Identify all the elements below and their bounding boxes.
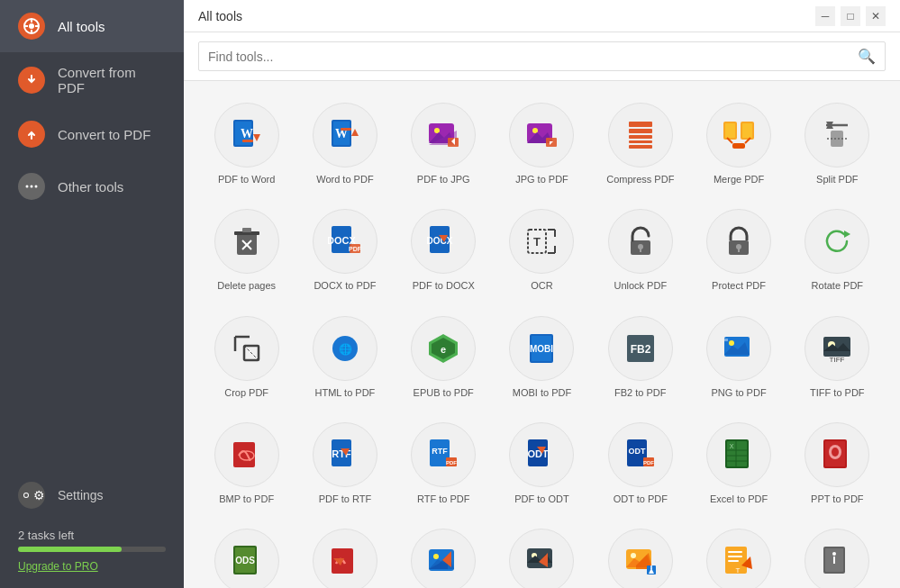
convert-to-icon [18,121,45,148]
sidebar-item-convert-to-label: Convert to PDF [58,127,150,142]
tool-rotate-pdf[interactable]: Rotate PDF [793,202,882,299]
tool-split-pdf-label: Split PDF [816,173,858,185]
tool-tiff-to-pdf[interactable]: TIFF TIFF to PDF [793,309,882,406]
svg-rect-20 [341,128,351,131]
tasks-section: 2 tasks left Upgrade to PRO [0,520,184,579]
maximize-button[interactable]: □ [841,6,860,26]
tool-ppt-to-pdf-label: PPT to PDF [811,493,863,505]
tool-bmp-to-pdf-label: BMP to PDF [219,493,274,505]
search-bar: 🔍 [184,32,900,81]
tool-split-pdf[interactable]: Split PDF [793,95,882,193]
tool-protect-pdf[interactable]: Protect PDF [694,202,783,299]
tasks-label: 2 tasks left [18,529,166,542]
tool-ocr[interactable]: T OCR [497,202,586,299]
tool-crop-pdf[interactable]: Crop PDF [202,309,291,406]
tool-pdf-to-odt-label: PDF to ODT [514,493,569,505]
svg-text:MOBI: MOBI [530,344,553,354]
search-input[interactable] [208,50,858,64]
tool-extract-text[interactable]: T Extract text [694,521,783,588]
tool-pdf-to-word-label: PDF to Word [218,173,275,185]
tool-compress-pdf[interactable]: Compress PDF [595,95,685,193]
svg-marker-19 [351,129,359,136]
settings-item[interactable]: ⚙ Settings [0,471,184,520]
tool-jpg-to-pdf[interactable]: JPG to PDF [497,95,586,193]
svg-rect-33 [629,129,652,133]
tool-pdf-to-bmp[interactable]: PDF to BMP [300,521,389,588]
sidebar-item-all-tools[interactable]: All tools [0,0,184,52]
tool-pdf-to-odt[interactable]: ODT PDF to ODT [497,415,586,512]
svg-point-1 [29,23,34,29]
tool-mobi-to-pdf-label: MOBI to PDF [513,386,571,399]
tool-odt-to-pdf[interactable]: ODT PDF ODT to PDF [595,415,685,512]
tool-html-to-pdf-label: HTML to PDF [315,386,376,399]
tool-ocr-label: OCR [531,279,552,292]
tool-word-to-pdf[interactable]: W Word to PDF [300,95,389,193]
sidebar-item-convert-from-pdf[interactable]: Convert from PDF [0,52,184,108]
svg-text:TIFF: TIFF [830,356,845,364]
sidebar-item-convert-to-pdf[interactable]: Convert to PDF [0,108,184,160]
sidebar: All tools Convert from PDF Convert to PD… [0,0,184,588]
svg-text:PDF: PDF [446,460,457,466]
tool-protect-pdf-label: Protect PDF [712,279,766,292]
tool-excel-to-pdf[interactable]: X Excel to PDF [694,415,783,512]
tool-html-to-pdf[interactable]: 🌐 HTML to PDF [300,309,389,406]
tool-tiff-to-pdf-label: TIFF to PDF [810,386,865,399]
tool-ods-to-pdf[interactable]: ODS ODS to PDF [202,521,291,588]
tool-docx-to-pdf[interactable]: DOCX PDF DOCX to PDF [300,202,389,299]
tool-png-to-pdf[interactable]: PNG to PDF [694,309,783,406]
svg-text:W: W [241,127,253,140]
tool-pdf-to-word[interactable]: W PDF to Word [202,95,291,193]
svg-text:PDF: PDF [349,246,362,252]
svg-rect-40 [742,123,752,138]
svg-text:PDF: PDF [643,460,654,466]
sidebar-item-convert-from-label: Convert from PDF [58,65,166,95]
close-button[interactable]: ✕ [866,6,886,26]
svg-rect-89 [724,339,728,341]
svg-point-9 [31,185,33,188]
upgrade-link[interactable]: Upgrade to PRO [18,560,98,573]
progress-bar-fill [18,547,122,552]
svg-point-8 [26,185,29,188]
svg-rect-32 [629,122,652,127]
tool-extract-images[interactable]: Extract images [595,521,685,588]
svg-rect-36 [629,145,652,149]
sidebar-item-other-label: Other tools [58,179,123,194]
svg-rect-141 [728,551,742,553]
svg-text:T: T [736,566,741,574]
svg-rect-142 [728,556,742,557]
svg-point-126 [433,554,439,559]
progress-bar-bg [18,547,166,552]
tool-rtf-to-pdf-label: RTF to PDF [417,493,469,505]
tool-pdf-to-docx-label: PDF to DOCX [413,279,475,292]
tool-merge-pdf[interactable]: Merge PDF [694,95,783,193]
page-title: All tools [198,9,242,23]
tool-pdf-to-tiff[interactable]: PDF to TIFF [497,521,586,588]
svg-text:DOCX: DOCX [427,236,453,246]
svg-text:ODS: ODS [235,556,255,565]
svg-rect-15 [242,140,253,142]
tool-epub-to-pdf[interactable]: e EPUB to PDF [399,309,488,406]
tool-pdf-to-rtf[interactable]: RTF PDF to RTF [300,415,389,512]
tool-pdf-to-docx[interactable]: DOCX PDF to DOCX [399,202,488,299]
sidebar-bottom: ⚙ Settings 2 tasks left Upgrade to PRO [0,471,184,588]
svg-text:T: T [534,235,541,249]
tool-unlock-pdf[interactable]: Unlock PDF [595,202,685,299]
tool-rtf-to-pdf[interactable]: RTF PDF RTF to PDF [399,415,488,512]
tool-pdf-to-jpg[interactable]: PDF to JPG [399,95,488,193]
tool-mobi-to-pdf[interactable]: MOBI MOBI to PDF [497,309,586,406]
tool-delete-pages[interactable]: Delete pages [202,202,291,299]
tool-ppt-to-pdf[interactable]: PPT to PDF [793,415,882,512]
tool-edit-metadata[interactable]: i Edit metadata [793,521,882,588]
tool-fb2-to-pdf[interactable]: FB2 FB2 to PDF [595,309,685,406]
minimize-button[interactable]: ─ [815,6,835,26]
tool-bmp-to-pdf[interactable]: BMP to PDF [202,415,291,512]
tool-word-to-pdf-label: Word to PDF [316,173,373,185]
svg-point-10 [35,185,38,188]
svg-text:e: e [441,344,446,355]
tool-pdf-to-png[interactable]: PDF to PNG [399,521,488,588]
svg-rect-49 [242,228,251,232]
tool-fb2-to-pdf-label: FB2 to PDF [614,386,666,399]
svg-rect-45 [831,131,843,147]
sidebar-item-other-tools[interactable]: Other tools [0,160,184,213]
svg-point-149 [832,552,836,556]
